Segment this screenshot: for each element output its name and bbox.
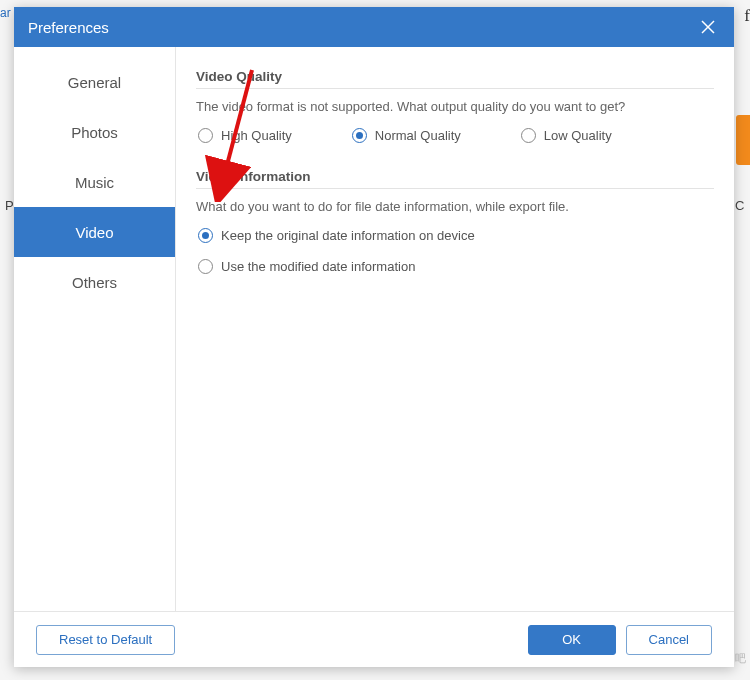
- dialog-title: Preferences: [28, 19, 109, 36]
- ok-button[interactable]: OK: [528, 625, 616, 655]
- sidebar-item-label: General: [68, 74, 121, 91]
- sidebar-item-others[interactable]: Others: [14, 257, 175, 307]
- cancel-button[interactable]: Cancel: [626, 625, 712, 655]
- background-fragment: P: [5, 198, 14, 213]
- radio-label: Low Quality: [544, 128, 612, 143]
- radio-high-quality[interactable]: High Quality: [198, 128, 292, 143]
- background-fragment: f: [744, 6, 750, 26]
- section-title-video-quality: Video Quality: [196, 69, 714, 89]
- preferences-dialog: Preferences General Photos Music Video O…: [14, 7, 734, 667]
- radio-use-modified-date[interactable]: Use the modified date information: [198, 259, 714, 274]
- sidebar-item-label: Music: [75, 174, 114, 191]
- section-desc-video-quality: The video format is not supported. What …: [196, 99, 714, 114]
- dialog-body: General Photos Music Video Others Video …: [14, 47, 734, 611]
- background-fragment: ar: [0, 6, 11, 20]
- info-radio-group: Keep the original date information on de…: [196, 228, 714, 274]
- sidebar-item-label: Others: [72, 274, 117, 291]
- radio-icon: [198, 259, 213, 274]
- radio-icon: [352, 128, 367, 143]
- section-desc-video-information: What do you want to do for file date inf…: [196, 199, 714, 214]
- sidebar-item-video[interactable]: Video: [14, 207, 175, 257]
- radio-icon: [198, 228, 213, 243]
- radio-low-quality[interactable]: Low Quality: [521, 128, 612, 143]
- sidebar: General Photos Music Video Others: [14, 47, 176, 611]
- radio-keep-original-date[interactable]: Keep the original date information on de…: [198, 228, 714, 243]
- background-orange-tab: [736, 115, 750, 165]
- radio-label: Normal Quality: [375, 128, 461, 143]
- reset-to-default-button[interactable]: Reset to Default: [36, 625, 175, 655]
- radio-label: Keep the original date information on de…: [221, 228, 475, 243]
- sidebar-item-photos[interactable]: Photos: [14, 107, 175, 157]
- radio-label: High Quality: [221, 128, 292, 143]
- section-title-video-information: Video information: [196, 169, 714, 189]
- radio-icon: [521, 128, 536, 143]
- titlebar: Preferences: [14, 7, 734, 47]
- radio-normal-quality[interactable]: Normal Quality: [352, 128, 461, 143]
- sidebar-item-label: Photos: [71, 124, 118, 141]
- content-pane: Video Quality The video format is not su…: [176, 47, 734, 611]
- radio-label: Use the modified date information: [221, 259, 415, 274]
- sidebar-item-label: Video: [75, 224, 113, 241]
- close-icon: [700, 19, 716, 35]
- quality-radio-group: High Quality Normal Quality Low Quality: [196, 128, 714, 143]
- dialog-footer: Reset to Default OK Cancel: [14, 611, 734, 667]
- close-button[interactable]: [696, 15, 720, 39]
- sidebar-item-general[interactable]: General: [14, 57, 175, 107]
- radio-icon: [198, 128, 213, 143]
- background-fragment: C: [735, 198, 744, 213]
- sidebar-item-music[interactable]: Music: [14, 157, 175, 207]
